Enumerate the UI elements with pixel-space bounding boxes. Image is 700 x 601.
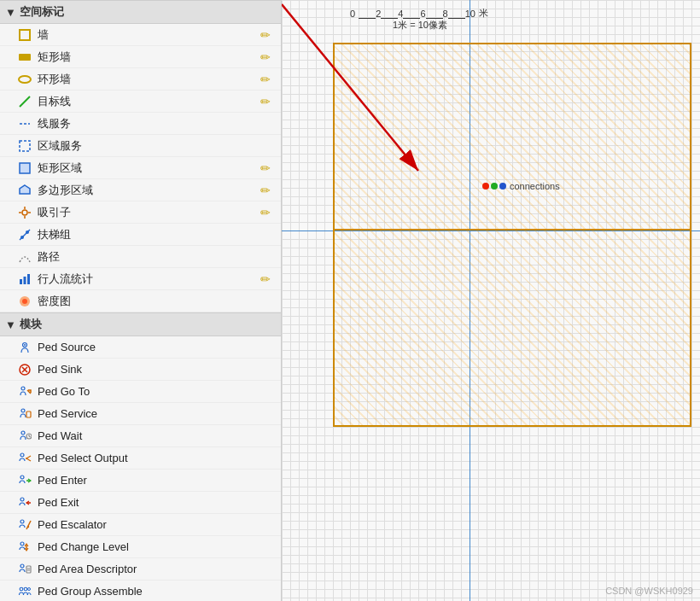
dot-green bbox=[491, 183, 498, 190]
dot-blue bbox=[499, 183, 506, 190]
svg-point-20 bbox=[22, 299, 27, 304]
sidebar-item-ped-wait[interactable]: Ped Wait bbox=[0, 425, 281, 447]
poly-zone-label: 多边形区域 bbox=[38, 183, 255, 198]
ped-goto-icon bbox=[17, 384, 32, 400]
watermark: CSDN @WSKH0929 bbox=[605, 586, 693, 596]
svg-rect-29 bbox=[26, 411, 31, 417]
connections-label: connections bbox=[510, 181, 560, 191]
ped-enter-icon bbox=[17, 473, 32, 488]
svg-point-38 bbox=[20, 476, 24, 479]
sidebar-item-ring-wall[interactable]: 环形墙 ✏ bbox=[0, 68, 281, 90]
density-icon bbox=[17, 294, 32, 309]
ped-service-label: Ped Service bbox=[38, 407, 274, 420]
poly-zone-icon bbox=[17, 183, 32, 198]
ped-wait-icon bbox=[17, 429, 32, 444]
svg-point-51 bbox=[20, 587, 23, 591]
svg-point-30 bbox=[21, 431, 25, 435]
scale-label: 1米 = 10像素 bbox=[393, 19, 447, 32]
svg-point-15 bbox=[26, 230, 29, 234]
sidebar-item-line-service[interactable]: 线服务 bbox=[0, 113, 281, 135]
svg-rect-16 bbox=[20, 279, 22, 284]
sidebar-item-path[interactable]: 路径 bbox=[0, 246, 281, 268]
attractor-icon bbox=[17, 205, 32, 220]
rect-zone-label: 矩形区域 bbox=[38, 160, 255, 176]
ped-select-output-icon bbox=[17, 451, 32, 466]
sidebar-item-zone-service[interactable]: 区域服务 bbox=[0, 135, 281, 157]
sidebar-item-ped-select-output[interactable]: Ped Select Output bbox=[0, 447, 281, 470]
zone-service-icon bbox=[17, 138, 32, 154]
sidebar-item-wall[interactable]: 墙 ✏ bbox=[0, 24, 281, 46]
svg-point-8 bbox=[22, 210, 27, 215]
sidebar-item-density[interactable]: 密度图 bbox=[0, 290, 281, 312]
sidebar-item-ped-area-descriptor[interactable]: Ped Area Descriptor bbox=[0, 558, 281, 581]
canvas-grid: 0 2 4 6 8 10 米 1米 = 10像素 bbox=[282, 0, 700, 601]
wall-icon bbox=[17, 27, 32, 43]
svg-line-33 bbox=[29, 436, 31, 437]
sidebar-item-ped-enter[interactable]: Ped Enter bbox=[0, 470, 281, 492]
line-service-icon bbox=[17, 116, 32, 131]
ped-escalator-icon bbox=[17, 517, 32, 533]
path-icon bbox=[17, 249, 32, 265]
ring-wall-label: 环形墙 bbox=[38, 72, 255, 87]
attractor-edit-icon: ✏ bbox=[260, 206, 274, 219]
ped-exit-icon bbox=[17, 495, 32, 511]
ped-group-assemble-label: Ped Group Assemble bbox=[38, 585, 274, 598]
sidebar-item-poly-zone[interactable]: 多边形区域 ✏ bbox=[0, 179, 281, 201]
target-line-icon bbox=[17, 94, 32, 109]
svg-rect-0 bbox=[20, 30, 30, 40]
sidebar-item-ped-escalator[interactable]: Ped Escalator bbox=[0, 514, 281, 536]
ped-area-descriptor-icon bbox=[17, 562, 32, 577]
dot-red bbox=[482, 183, 489, 190]
section-label-module: 模块 bbox=[20, 317, 42, 332]
rect-zone-icon bbox=[17, 160, 32, 176]
svg-point-44 bbox=[27, 525, 29, 527]
svg-point-14 bbox=[20, 236, 24, 239]
sidebar-item-ped-exit[interactable]: Ped Exit bbox=[0, 492, 281, 514]
svg-point-2 bbox=[19, 76, 31, 83]
svg-marker-7 bbox=[20, 185, 30, 194]
ped-select-output-label: Ped Select Output bbox=[38, 452, 274, 464]
main-canvas[interactable]: 0 2 4 6 8 10 米 1米 = 10像素 bbox=[282, 0, 700, 601]
svg-point-22 bbox=[24, 344, 26, 346]
sidebar-item-flow-stat[interactable]: 行人流统计 ✏ bbox=[0, 268, 281, 290]
sidebar-item-ped-source[interactable]: Ped Source bbox=[0, 336, 281, 359]
sidebar-item-escalator[interactable]: 扶梯组 bbox=[0, 224, 281, 246]
svg-point-26 bbox=[21, 387, 25, 390]
sidebar-item-target-line[interactable]: 目标线 ✏ bbox=[0, 90, 281, 113]
connections-indicator: connections bbox=[482, 181, 560, 191]
sidebar-item-ped-service[interactable]: Ped Service bbox=[0, 403, 281, 425]
sidebar-item-ped-goto[interactable]: Ped Go To bbox=[0, 381, 281, 403]
ped-wait-label: Ped Wait bbox=[38, 429, 274, 442]
density-label: 密度图 bbox=[38, 294, 274, 309]
collapse-arrow-icon: ▼ bbox=[5, 6, 16, 19]
ped-sink-icon bbox=[17, 362, 32, 377]
target-line-edit-icon: ✏ bbox=[260, 95, 274, 108]
poly-zone-edit-icon: ✏ bbox=[260, 184, 274, 197]
sidebar-item-rect-zone[interactable]: 矩形区域 ✏ bbox=[0, 157, 281, 179]
sidebar-item-ped-sink[interactable]: Ped Sink bbox=[0, 359, 281, 381]
ring-wall-edit-icon: ✏ bbox=[260, 73, 274, 86]
svg-point-45 bbox=[20, 542, 24, 546]
svg-point-52 bbox=[24, 587, 27, 591]
ped-change-level-icon bbox=[17, 540, 32, 555]
hatched-box-bottom bbox=[333, 230, 691, 427]
svg-point-42 bbox=[20, 520, 24, 523]
svg-rect-5 bbox=[20, 141, 30, 151]
ped-enter-label: Ped Enter bbox=[38, 474, 274, 487]
module-collapse-icon: ▼ bbox=[5, 318, 16, 331]
target-line-label: 目标线 bbox=[38, 94, 255, 109]
svg-rect-6 bbox=[20, 163, 30, 173]
attractor-label: 吸引子 bbox=[38, 205, 255, 220]
svg-rect-18 bbox=[27, 274, 30, 284]
sidebar-item-rect-wall[interactable]: 矩形墙 ✏ bbox=[0, 46, 281, 68]
sidebar-item-attractor[interactable]: 吸引子 ✏ bbox=[0, 201, 281, 224]
svg-point-34 bbox=[20, 453, 24, 457]
section-header-spatial[interactable]: ▼ 空间标记 bbox=[0, 0, 281, 24]
escalator-icon bbox=[17, 227, 32, 242]
ped-goto-label: Ped Go To bbox=[38, 385, 274, 398]
sidebar-item-ped-change-level[interactable]: Ped Change Level bbox=[0, 536, 281, 558]
sidebar-item-ped-group-assemble[interactable]: Ped Group Assemble bbox=[0, 581, 281, 601]
flow-stat-label: 行人流统计 bbox=[38, 271, 255, 287]
section-header-module[interactable]: ▼ 模块 bbox=[0, 312, 281, 336]
ruler: 0 2 4 6 8 10 米 bbox=[350, 7, 488, 20]
